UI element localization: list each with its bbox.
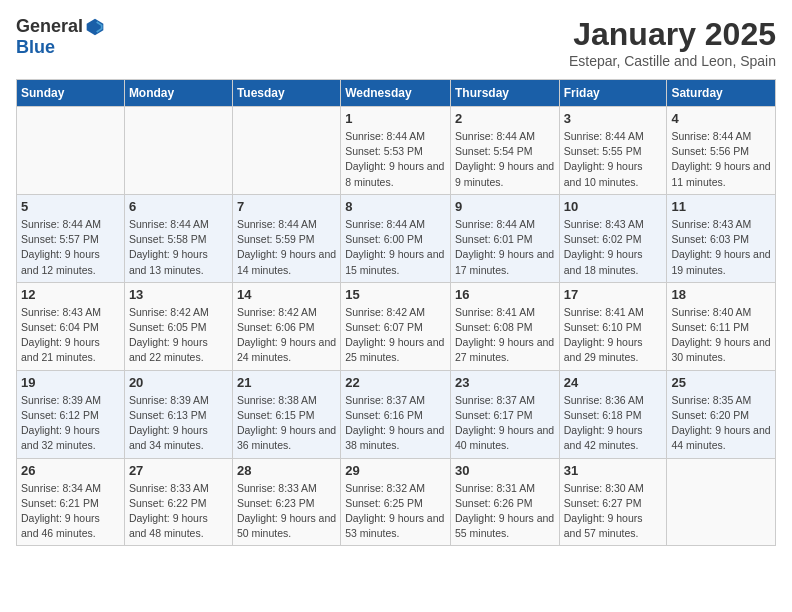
day-cell: 25Sunrise: 8:35 AM Sunset: 6:20 PM Dayli… — [667, 370, 776, 458]
day-number: 27 — [129, 463, 228, 478]
day-info: Sunrise: 8:43 AM Sunset: 6:02 PM Dayligh… — [564, 217, 663, 278]
day-number: 18 — [671, 287, 771, 302]
header-friday: Friday — [559, 80, 667, 107]
day-cell: 11Sunrise: 8:43 AM Sunset: 6:03 PM Dayli… — [667, 194, 776, 282]
day-info: Sunrise: 8:44 AM Sunset: 5:56 PM Dayligh… — [671, 129, 771, 190]
location: Estepar, Castille and Leon, Spain — [569, 53, 776, 69]
day-info: Sunrise: 8:41 AM Sunset: 6:10 PM Dayligh… — [564, 305, 663, 366]
day-number: 30 — [455, 463, 555, 478]
day-number: 29 — [345, 463, 446, 478]
day-cell: 6Sunrise: 8:44 AM Sunset: 5:58 PM Daylig… — [124, 194, 232, 282]
day-info: Sunrise: 8:44 AM Sunset: 6:00 PM Dayligh… — [345, 217, 446, 278]
day-number: 5 — [21, 199, 120, 214]
day-info: Sunrise: 8:44 AM Sunset: 6:01 PM Dayligh… — [455, 217, 555, 278]
day-number: 19 — [21, 375, 120, 390]
day-number: 13 — [129, 287, 228, 302]
day-number: 2 — [455, 111, 555, 126]
day-cell: 3Sunrise: 8:44 AM Sunset: 5:55 PM Daylig… — [559, 107, 667, 195]
day-cell: 30Sunrise: 8:31 AM Sunset: 6:26 PM Dayli… — [450, 458, 559, 546]
day-info: Sunrise: 8:44 AM Sunset: 5:54 PM Dayligh… — [455, 129, 555, 190]
day-info: Sunrise: 8:35 AM Sunset: 6:20 PM Dayligh… — [671, 393, 771, 454]
day-cell: 28Sunrise: 8:33 AM Sunset: 6:23 PM Dayli… — [232, 458, 340, 546]
header-wednesday: Wednesday — [341, 80, 451, 107]
day-number: 16 — [455, 287, 555, 302]
day-number: 9 — [455, 199, 555, 214]
day-info: Sunrise: 8:39 AM Sunset: 6:12 PM Dayligh… — [21, 393, 120, 454]
day-number: 22 — [345, 375, 446, 390]
day-cell: 13Sunrise: 8:42 AM Sunset: 6:05 PM Dayli… — [124, 282, 232, 370]
header-monday: Monday — [124, 80, 232, 107]
header-thursday: Thursday — [450, 80, 559, 107]
day-info: Sunrise: 8:44 AM Sunset: 5:57 PM Dayligh… — [21, 217, 120, 278]
day-cell — [667, 458, 776, 546]
day-cell: 2Sunrise: 8:44 AM Sunset: 5:54 PM Daylig… — [450, 107, 559, 195]
day-cell: 14Sunrise: 8:42 AM Sunset: 6:06 PM Dayli… — [232, 282, 340, 370]
day-number: 26 — [21, 463, 120, 478]
day-cell: 8Sunrise: 8:44 AM Sunset: 6:00 PM Daylig… — [341, 194, 451, 282]
day-number: 28 — [237, 463, 336, 478]
day-cell: 17Sunrise: 8:41 AM Sunset: 6:10 PM Dayli… — [559, 282, 667, 370]
day-number: 4 — [671, 111, 771, 126]
day-cell: 23Sunrise: 8:37 AM Sunset: 6:17 PM Dayli… — [450, 370, 559, 458]
day-cell: 16Sunrise: 8:41 AM Sunset: 6:08 PM Dayli… — [450, 282, 559, 370]
day-info: Sunrise: 8:30 AM Sunset: 6:27 PM Dayligh… — [564, 481, 663, 542]
day-number: 23 — [455, 375, 555, 390]
day-info: Sunrise: 8:37 AM Sunset: 6:17 PM Dayligh… — [455, 393, 555, 454]
day-number: 10 — [564, 199, 663, 214]
day-info: Sunrise: 8:42 AM Sunset: 6:06 PM Dayligh… — [237, 305, 336, 366]
day-cell: 18Sunrise: 8:40 AM Sunset: 6:11 PM Dayli… — [667, 282, 776, 370]
header-sunday: Sunday — [17, 80, 125, 107]
day-number: 25 — [671, 375, 771, 390]
day-info: Sunrise: 8:44 AM Sunset: 5:58 PM Dayligh… — [129, 217, 228, 278]
day-cell: 31Sunrise: 8:30 AM Sunset: 6:27 PM Dayli… — [559, 458, 667, 546]
day-info: Sunrise: 8:43 AM Sunset: 6:04 PM Dayligh… — [21, 305, 120, 366]
day-info: Sunrise: 8:33 AM Sunset: 6:23 PM Dayligh… — [237, 481, 336, 542]
logo-icon — [85, 17, 105, 37]
day-info: Sunrise: 8:33 AM Sunset: 6:22 PM Dayligh… — [129, 481, 228, 542]
day-info: Sunrise: 8:36 AM Sunset: 6:18 PM Dayligh… — [564, 393, 663, 454]
day-number: 24 — [564, 375, 663, 390]
week-row-4: 26Sunrise: 8:34 AM Sunset: 6:21 PM Dayli… — [17, 458, 776, 546]
day-cell: 1Sunrise: 8:44 AM Sunset: 5:53 PM Daylig… — [341, 107, 451, 195]
day-number: 20 — [129, 375, 228, 390]
day-info: Sunrise: 8:43 AM Sunset: 6:03 PM Dayligh… — [671, 217, 771, 278]
day-number: 7 — [237, 199, 336, 214]
day-info: Sunrise: 8:41 AM Sunset: 6:08 PM Dayligh… — [455, 305, 555, 366]
day-number: 3 — [564, 111, 663, 126]
page-header: General Blue January 2025 Estepar, Casti… — [16, 16, 776, 69]
logo: General Blue — [16, 16, 105, 58]
day-cell: 15Sunrise: 8:42 AM Sunset: 6:07 PM Dayli… — [341, 282, 451, 370]
day-info: Sunrise: 8:40 AM Sunset: 6:11 PM Dayligh… — [671, 305, 771, 366]
day-cell — [232, 107, 340, 195]
logo-blue-text: Blue — [16, 37, 55, 58]
day-info: Sunrise: 8:44 AM Sunset: 5:59 PM Dayligh… — [237, 217, 336, 278]
day-number: 31 — [564, 463, 663, 478]
day-cell: 29Sunrise: 8:32 AM Sunset: 6:25 PM Dayli… — [341, 458, 451, 546]
day-cell: 12Sunrise: 8:43 AM Sunset: 6:04 PM Dayli… — [17, 282, 125, 370]
day-number: 8 — [345, 199, 446, 214]
week-row-2: 12Sunrise: 8:43 AM Sunset: 6:04 PM Dayli… — [17, 282, 776, 370]
header-tuesday: Tuesday — [232, 80, 340, 107]
day-number: 17 — [564, 287, 663, 302]
day-cell: 9Sunrise: 8:44 AM Sunset: 6:01 PM Daylig… — [450, 194, 559, 282]
day-info: Sunrise: 8:34 AM Sunset: 6:21 PM Dayligh… — [21, 481, 120, 542]
title-block: January 2025 Estepar, Castille and Leon,… — [569, 16, 776, 69]
calendar: Sunday Monday Tuesday Wednesday Thursday… — [16, 79, 776, 546]
day-cell: 27Sunrise: 8:33 AM Sunset: 6:22 PM Dayli… — [124, 458, 232, 546]
day-info: Sunrise: 8:38 AM Sunset: 6:15 PM Dayligh… — [237, 393, 336, 454]
day-number: 6 — [129, 199, 228, 214]
day-number: 14 — [237, 287, 336, 302]
day-info: Sunrise: 8:39 AM Sunset: 6:13 PM Dayligh… — [129, 393, 228, 454]
day-cell: 20Sunrise: 8:39 AM Sunset: 6:13 PM Dayli… — [124, 370, 232, 458]
day-cell: 19Sunrise: 8:39 AM Sunset: 6:12 PM Dayli… — [17, 370, 125, 458]
day-number: 11 — [671, 199, 771, 214]
days-header-row: Sunday Monday Tuesday Wednesday Thursday… — [17, 80, 776, 107]
day-number: 15 — [345, 287, 446, 302]
logo-general-text: General — [16, 16, 83, 37]
week-row-0: 1Sunrise: 8:44 AM Sunset: 5:53 PM Daylig… — [17, 107, 776, 195]
day-info: Sunrise: 8:42 AM Sunset: 6:05 PM Dayligh… — [129, 305, 228, 366]
day-number: 12 — [21, 287, 120, 302]
day-cell: 10Sunrise: 8:43 AM Sunset: 6:02 PM Dayli… — [559, 194, 667, 282]
day-info: Sunrise: 8:44 AM Sunset: 5:55 PM Dayligh… — [564, 129, 663, 190]
day-cell: 21Sunrise: 8:38 AM Sunset: 6:15 PM Dayli… — [232, 370, 340, 458]
